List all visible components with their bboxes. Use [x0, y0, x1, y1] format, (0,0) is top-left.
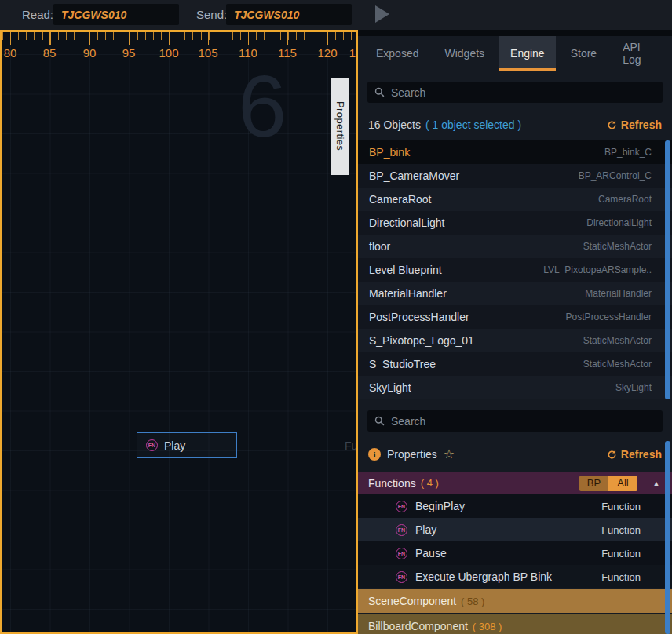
function-icon: FN [396, 501, 407, 512]
object-list: BP_bink BP_bink_C BP_CameraMover BP_ARCo… [358, 140, 672, 399]
tab-store[interactable]: Store [560, 36, 608, 71]
refresh-icon [607, 120, 617, 130]
read-tally-input[interactable] [53, 4, 179, 25]
section-count-badge: ( 58 ) [461, 596, 484, 607]
properties-header: i Properties ☆ Refresh [358, 443, 672, 465]
object-row[interactable]: S_StudioTree StaticMeshActor [358, 352, 672, 376]
function-icon: FN [396, 548, 407, 559]
scene-component-section-header[interactable]: SceneComponent ( 58 ) [358, 589, 672, 613]
object-row[interactable]: DirectionalLight DirectionalLight [358, 211, 672, 235]
objects-refresh-button[interactable]: Refresh [607, 118, 662, 131]
objects-count: 16 Objects [368, 118, 421, 131]
objects-search-box[interactable] [367, 82, 663, 103]
info-icon[interactable]: i [368, 448, 381, 461]
ruler-label: 120 [317, 46, 337, 60]
bp-filter-button[interactable]: BP [579, 476, 608, 491]
properties-search-input[interactable] [391, 415, 656, 428]
play-widget-label: Play [164, 439, 185, 452]
star-favorite-icon[interactable]: ☆ [444, 448, 455, 461]
section-count-badge: ( 308 ) [473, 621, 502, 632]
bp-all-segmented-control: BP All [579, 476, 637, 491]
function-row[interactable]: FN Pause Function [358, 541, 672, 565]
function-icon: FN [396, 571, 407, 583]
functions-section-header[interactable]: Functions ( 4 ) BP All ▲ [358, 472, 672, 494]
tab-exposed[interactable]: Exposed [365, 36, 429, 71]
send-label: Send: [196, 8, 227, 21]
object-row[interactable]: S_Pixotope_Logo_01 StaticMeshActor [358, 329, 672, 352]
object-row[interactable]: PostProcessHandler PostProcessHandler [358, 305, 672, 329]
canvas-watermark-digit: 6 [238, 56, 287, 157]
clipped-function-text: Func [345, 439, 358, 452]
properties-refresh-button[interactable]: Refresh [607, 448, 662, 461]
ruler-label: 100 [159, 46, 178, 60]
object-row[interactable]: SkyLight SkyLight [358, 376, 672, 399]
object-row[interactable]: Level Blueprint LVL_PixotopeARSample.. [358, 258, 672, 282]
top-bar: Read: Send: [0, 0, 672, 30]
functions-section-label: Functions [368, 477, 416, 490]
ruler-label: 105 [198, 46, 217, 60]
ruler-label: 90 [83, 46, 97, 60]
functions-count-badge: ( 4 ) [421, 477, 439, 489]
billboard-component-section-header[interactable]: BillboardComponent ( 308 ) [358, 614, 672, 634]
play-icon[interactable] [375, 5, 389, 23]
object-row[interactable]: MaterialHandler MaterialHandler [358, 282, 672, 305]
objects-search-input[interactable] [391, 86, 656, 99]
refresh-icon [607, 450, 617, 460]
function-row[interactable]: FN BeginPlay Function [358, 494, 672, 518]
viewport-canvas[interactable]: 80 85 90 95 100 105 110 115 120 1 6 Prop… [0, 30, 358, 634]
read-label: Read: [22, 8, 53, 21]
properties-side-tab[interactable]: Properties [331, 78, 349, 175]
panel-tab-bar: Exposed Widgets Engine Store API Log [358, 36, 672, 71]
function-icon: FN [396, 524, 407, 536]
function-row[interactable]: FN Play Function [358, 518, 672, 541]
ruler-label: 80 [4, 46, 17, 60]
ruler-label-partial: 1 [349, 46, 356, 60]
properties-scrollbar[interactable] [665, 441, 670, 634]
object-row[interactable]: floor StaticMeshActor [358, 235, 672, 258]
properties-title: Properties [387, 448, 437, 461]
object-row[interactable]: BP_CameraMover BP_ARControl_C [358, 164, 672, 188]
send-tally-input[interactable] [226, 4, 352, 25]
properties-search-box[interactable] [367, 410, 663, 432]
object-row[interactable]: BP_bink BP_bink_C [358, 140, 672, 164]
all-filter-button[interactable]: All [608, 476, 637, 491]
panel-top-gap [358, 30, 672, 36]
ruler-major-ticks [10, 32, 356, 45]
chevron-up-icon[interactable]: ▲ [648, 479, 664, 487]
play-function-widget[interactable]: FN Play [137, 432, 237, 458]
objects-selection-status: ( 1 object selected ) [425, 118, 521, 131]
objects-header: 16 Objects ( 1 object selected ) Refresh [358, 114, 672, 136]
right-panel: Exposed Widgets Engine Store API Log 16 … [358, 30, 672, 634]
ruler-label: 95 [122, 46, 136, 60]
function-row[interactable]: FN Execute Ubergraph BP Bink Function [358, 565, 672, 588]
ruler-label: 85 [43, 46, 57, 60]
tab-widgets[interactable]: Widgets [433, 36, 495, 71]
object-row[interactable]: CameraRoot CameraRoot [358, 188, 672, 211]
function-icon: FN [146, 439, 158, 451]
functions-list: FN BeginPlay Function FN Play Function F… [358, 494, 672, 588]
object-list-scrollbar[interactable] [665, 140, 670, 399]
tab-api-log[interactable]: API Log [612, 36, 665, 71]
search-icon [374, 416, 385, 426]
tab-engine[interactable]: Engine [499, 36, 556, 71]
search-icon [374, 87, 385, 97]
